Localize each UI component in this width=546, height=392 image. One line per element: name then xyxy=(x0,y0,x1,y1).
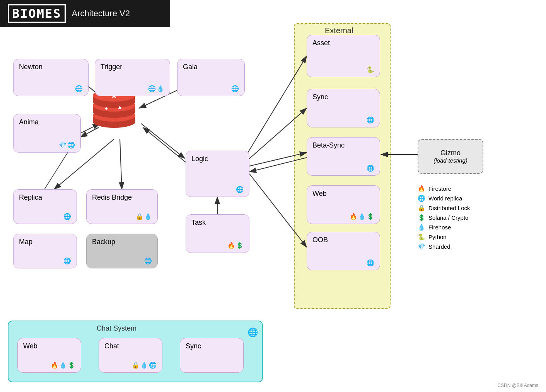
chat-sync-box: Sync xyxy=(180,338,244,373)
python-label: Python xyxy=(428,234,447,240)
replica-label: Replica xyxy=(19,193,42,202)
chat-web-label: Web xyxy=(23,342,38,350)
sync-box: Sync 🌐 xyxy=(307,89,380,127)
newton-box: Newton 🌐 xyxy=(13,59,89,96)
redis-bridge-box: Redis Bridge 🔒 💧 xyxy=(86,189,158,224)
firestore-label: Firestore xyxy=(428,185,451,192)
gizmo-sublabel: (load-testing) xyxy=(433,157,468,164)
logic-icons: 🌐 xyxy=(236,187,244,193)
gaia-icons: 🌐 xyxy=(231,86,239,92)
sync-icons: 🌐 xyxy=(367,117,374,123)
trigger-box: Trigger 🌐 💧 xyxy=(95,59,170,96)
legend-solana: 💲 Solana / Crypto xyxy=(418,214,470,221)
map-icons: 🌐 xyxy=(63,258,71,264)
beta-sync-icons: 🌐 xyxy=(367,165,374,171)
firehose-icon: 💧 xyxy=(418,224,425,231)
replica-icons: 🌐 xyxy=(63,214,71,220)
map-box: Map 🌐 xyxy=(13,234,77,268)
legend-sharded: 💎 Sharded xyxy=(418,243,470,250)
web-external-icons: 🔥 💧 💲 xyxy=(350,214,374,220)
chat-web-icons: 🔥 💧 💲 xyxy=(51,362,75,368)
logo: BIOMES xyxy=(8,4,66,23)
chat-system-label: Chat System xyxy=(97,324,136,333)
firehose-label: Firehose xyxy=(428,224,451,231)
svg-line-9 xyxy=(141,124,185,158)
chat-chat-icons: 🔒 💧 🌐 xyxy=(132,362,157,368)
web-external-box: Web 🔥 💧 💲 xyxy=(307,185,380,224)
chat-chat-label: Chat xyxy=(104,342,119,350)
distributed-lock-icon: 🔒 xyxy=(418,205,425,211)
solana-label: Solana / Crypto xyxy=(428,214,468,221)
task-box: Task 🔥 💲 xyxy=(186,214,249,253)
anima-label: Anima xyxy=(19,118,39,126)
trigger-icons: 🌐 💧 xyxy=(148,86,164,92)
subtitle: Architecture V2 xyxy=(72,8,130,19)
logic-label: Logic xyxy=(191,155,208,163)
gaia-box: Gaia 🌐 xyxy=(177,59,245,96)
external-label: External xyxy=(325,26,353,35)
firestore-icon: 🔥 xyxy=(418,186,425,192)
newton-icons: 🌐 xyxy=(75,86,83,92)
chat-globe-icon: 🌐 xyxy=(247,328,258,338)
sharded-icon: 💎 xyxy=(418,244,425,250)
anima-box: Anima 💎 🌐 xyxy=(13,114,81,153)
map-label: Map xyxy=(19,238,32,246)
svg-text:●: ● xyxy=(105,105,108,111)
svg-text:▲: ▲ xyxy=(117,104,123,110)
gizmo-box: Gizmo (load-testing) xyxy=(418,139,483,174)
chat-sync-label: Sync xyxy=(186,342,201,350)
task-icons: 🔥 💲 xyxy=(227,243,244,249)
legend: 🔥 Firestore 🌐 World replica 🔒 Distribute… xyxy=(418,185,470,250)
asset-icons: 🐍 xyxy=(367,67,374,73)
svg-line-17 xyxy=(44,153,68,189)
task-label: Task xyxy=(191,219,206,227)
oob-label: OOB xyxy=(312,236,328,244)
gaia-label: Gaia xyxy=(183,63,198,71)
asset-box: Asset 🐍 xyxy=(307,35,380,77)
gizmo-label: Gizmo xyxy=(440,149,461,157)
beta-sync-box: Beta-Sync 🌐 xyxy=(307,137,380,176)
svg-line-8 xyxy=(143,127,186,162)
backup-box: Backup 🌐 xyxy=(86,234,158,268)
backup-label: Backup xyxy=(92,238,115,246)
anima-icons: 💎 🌐 xyxy=(59,142,75,148)
sync-label: Sync xyxy=(312,93,328,101)
web-external-label: Web xyxy=(312,190,327,198)
world-replica-label: World replica xyxy=(428,195,462,202)
redis-bridge-label: Redis Bridge xyxy=(92,193,132,202)
trigger-label: Trigger xyxy=(101,63,122,71)
legend-world-replica: 🌐 World replica xyxy=(418,195,470,202)
legend-firestore: 🔥 Firestore xyxy=(418,185,470,192)
oob-box: OOB 🌐 xyxy=(307,232,380,270)
newton-label: Newton xyxy=(19,63,43,71)
python-icon: 🐍 xyxy=(418,234,425,240)
sharded-label: Sharded xyxy=(428,243,450,250)
oob-icons: 🌐 xyxy=(367,260,374,266)
header: BIOMES Architecture V2 xyxy=(0,0,170,27)
legend-firehose: 💧 Firehose xyxy=(418,224,470,231)
logic-box: Logic 🌐 xyxy=(186,151,249,197)
asset-label: Asset xyxy=(312,39,330,47)
svg-line-7 xyxy=(120,139,122,189)
solana-icon: 💲 xyxy=(418,215,425,221)
redis-bridge-icons: 🔒 💧 xyxy=(136,214,152,220)
replica-box: Replica 🌐 xyxy=(13,189,77,224)
legend-python: 🐍 Python xyxy=(418,234,470,240)
globe-icon: 🌐 xyxy=(75,86,83,92)
distributed-lock-label: Distributed Lock xyxy=(428,205,470,211)
chat-chat-box: Chat 🔒 💧 🌐 xyxy=(99,338,162,373)
footer-credit: CSDN @Bill Adams xyxy=(497,383,538,388)
world-replica-icon: 🌐 xyxy=(418,195,425,202)
legend-distributed-lock: 🔒 Distributed Lock xyxy=(418,205,470,211)
chat-web-box: Web 🔥 💧 💲 xyxy=(17,338,81,373)
backup-icons: 🌐 xyxy=(144,258,152,264)
beta-sync-label: Beta-Sync xyxy=(312,141,345,149)
